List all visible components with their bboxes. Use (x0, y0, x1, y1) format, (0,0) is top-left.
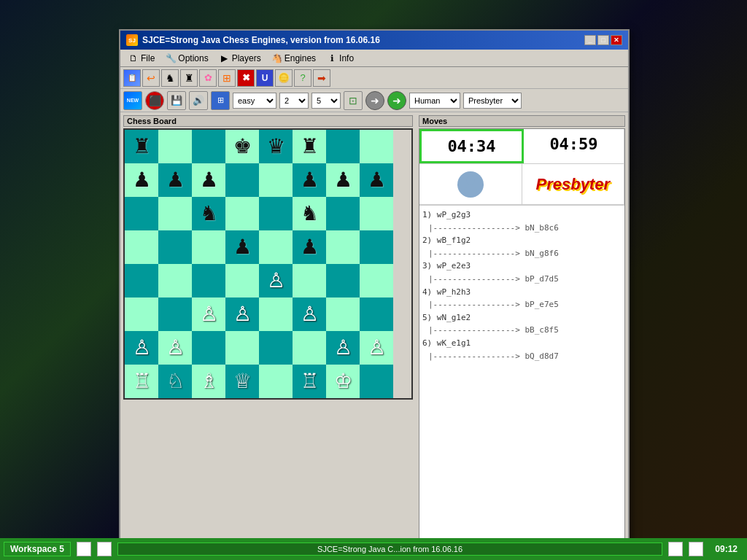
piece-wQ-7-3[interactable]: ♕ (233, 371, 252, 392)
menu-info[interactable]: ℹ Info (322, 51, 358, 66)
piece-wP-6-0[interactable]: ♙ (133, 338, 151, 358)
piece-bN-2-2[interactable]: ♞ (200, 203, 218, 224)
board-cell-2-3[interactable] (225, 197, 259, 230)
piece-wP-5-2[interactable]: ♙ (200, 304, 218, 324)
board-cell-6-1[interactable]: ♙ (158, 331, 192, 365)
go-arrow[interactable]: ➜ (387, 91, 406, 110)
piece-bP-3-5[interactable]: ♟ (301, 237, 319, 257)
board-cell-5-5[interactable]: ♙ (293, 298, 326, 331)
board-cell-1-4[interactable] (259, 163, 293, 197)
board-cell-3-6[interactable] (326, 230, 360, 264)
board-cell-6-5[interactable] (293, 331, 326, 365)
board-cell-7-2[interactable]: ♗ (192, 365, 225, 398)
board-cell-5-0[interactable] (125, 298, 158, 331)
maximize-button[interactable]: □ (597, 35, 609, 45)
help-button[interactable]: ? (294, 69, 311, 87)
board-cell-1-6[interactable]: ♟ (326, 163, 360, 197)
workspace-indicator-2[interactable] (97, 542, 112, 556)
flower-button[interactable]: ✿ (199, 69, 217, 87)
piece-bP-1-6[interactable]: ♟ (334, 170, 352, 190)
board-cell-3-7[interactable] (360, 230, 393, 264)
workspace-indicator-3[interactable] (668, 542, 683, 556)
piece-bQ-0-4[interactable]: ♛ (267, 136, 285, 157)
board-cell-1-5[interactable]: ♟ (293, 163, 326, 197)
board-cell-6-2[interactable] (192, 331, 225, 365)
board-cell-1-0[interactable]: ♟ (125, 163, 158, 197)
minimize-button[interactable]: _ (584, 35, 596, 45)
board-cell-7-3[interactable]: ♕ (225, 365, 259, 398)
board-cell-1-3[interactable] (225, 163, 259, 197)
board-cell-6-6[interactable]: ♙ (326, 331, 360, 365)
piece-wP-6-6[interactable]: ♙ (334, 338, 352, 358)
depth-select[interactable]: 1 2 3 4 5 (279, 93, 309, 109)
piece-wP-5-3[interactable]: ♙ (233, 304, 252, 324)
board-cell-7-4[interactable] (259, 365, 293, 398)
taskbar-app-label[interactable]: SJCE=Strong Java C...ion from 16.06.16 (117, 542, 662, 556)
piece-wB-7-2[interactable]: ♗ (200, 371, 218, 392)
piece-wR-7-5[interactable]: ♖ (301, 371, 319, 392)
rook-button[interactable]: ♜ (180, 69, 198, 87)
piece-wP-6-7[interactable]: ♙ (368, 338, 386, 358)
board-cell-0-1[interactable] (158, 130, 192, 163)
forward-arrow[interactable]: ➜ (365, 91, 384, 110)
board-button[interactable]: ⊞ (211, 91, 230, 110)
board-cell-6-7[interactable]: ♙ (360, 331, 393, 365)
board-cell-6-3[interactable] (225, 331, 259, 365)
board-cell-5-4[interactable] (259, 298, 293, 331)
board-cell-2-7[interactable] (360, 197, 393, 230)
difficulty-select[interactable]: easy medium hard (233, 93, 276, 109)
chess-board[interactable]: ♜♚♛♜♟♟♟♟♟♟♞♞♟♟♙♙♙♙♙♙♙♙♖♘♗♕♖♔ (123, 128, 413, 400)
board-cell-0-6[interactable] (326, 130, 360, 163)
piece-bP-1-2[interactable]: ♟ (200, 170, 218, 190)
piece-bP-1-0[interactable]: ♟ (133, 170, 151, 190)
piece-bP-1-1[interactable]: ♟ (166, 170, 185, 190)
board-cell-5-1[interactable] (158, 298, 192, 331)
board-cell-0-3[interactable]: ♚ (225, 130, 259, 163)
piece-bP-1-5[interactable]: ♟ (301, 170, 319, 190)
sound-button[interactable]: 🔊 (189, 91, 208, 110)
board-cell-2-5[interactable]: ♞ (293, 197, 326, 230)
board-cell-2-1[interactable] (158, 197, 192, 230)
board-cell-0-5[interactable]: ♜ (293, 130, 326, 163)
board-cell-3-3[interactable]: ♟ (225, 230, 259, 264)
board-cell-6-4[interactable] (259, 331, 293, 365)
board-cell-5-6[interactable] (326, 298, 360, 331)
board-cell-0-7[interactable] (360, 130, 393, 163)
board-cell-1-2[interactable]: ♟ (192, 163, 225, 197)
board-cell-5-2[interactable]: ♙ (192, 298, 225, 331)
back-button[interactable]: ↩ (142, 69, 160, 87)
board-cell-6-0[interactable]: ♙ (125, 331, 158, 365)
grid-button[interactable]: ⊞ (218, 69, 236, 87)
board-cell-3-2[interactable] (192, 230, 225, 264)
menu-engines[interactable]: 🐴 Engines (267, 51, 320, 66)
piece-wP-4-4[interactable]: ♙ (267, 271, 285, 291)
board-cell-4-7[interactable] (360, 264, 393, 298)
player2-select[interactable]: Presbyter Human Computer (463, 93, 522, 109)
workspace-indicator-1[interactable] (77, 542, 91, 556)
board-cell-1-7[interactable]: ♟ (360, 163, 393, 197)
board-cell-4-3[interactable] (225, 264, 259, 298)
player1-select[interactable]: Human Computer (409, 93, 460, 109)
x-button[interactable]: ✖ (237, 69, 255, 87)
board-cell-2-6[interactable] (326, 197, 360, 230)
stop-button[interactable]: ⬛ (145, 91, 164, 110)
piece-bR-0-5[interactable]: ♜ (301, 136, 319, 157)
new-game-button[interactable]: NEW (123, 91, 142, 110)
piece-bP-1-7[interactable]: ♟ (368, 170, 386, 190)
board-cell-5-7[interactable] (360, 298, 393, 331)
piece-bN-2-5[interactable]: ♞ (301, 203, 319, 224)
piece-wN-7-1[interactable]: ♘ (166, 371, 185, 392)
board-cell-4-6[interactable] (326, 264, 360, 298)
piece-wP-6-1[interactable]: ♙ (166, 338, 185, 358)
board-cell-1-1[interactable]: ♟ (158, 163, 192, 197)
board-cell-4-2[interactable] (192, 264, 225, 298)
board-cell-3-0[interactable] (125, 230, 158, 264)
workspace-label[interactable]: Workspace 5 (4, 542, 71, 556)
board-cell-4-0[interactable] (125, 264, 158, 298)
board-cell-7-5[interactable]: ♖ (293, 365, 326, 398)
knight-button[interactable]: ♞ (161, 69, 179, 87)
menu-players[interactable]: ▶ Players (214, 51, 266, 66)
menu-file[interactable]: 🗋 File (123, 51, 159, 66)
board-cell-7-7[interactable] (360, 365, 393, 398)
board-cell-5-3[interactable]: ♙ (225, 298, 259, 331)
